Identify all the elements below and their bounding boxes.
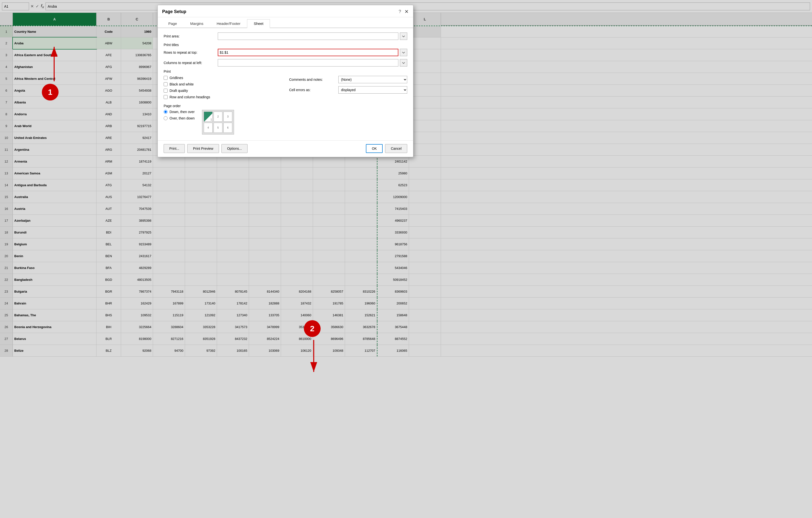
diagram-cell-3: 3 (224, 112, 232, 122)
cols-repeat-collapse-btn[interactable] (400, 59, 407, 66)
diagram-cell-2: 2 (213, 112, 223, 122)
black-white-checkbox[interactable] (164, 82, 168, 86)
bottom-right-buttons: OK Cancel (366, 144, 407, 153)
cols-repeat-input[interactable] (218, 59, 398, 66)
print-section-title: Print (164, 70, 407, 74)
tab-margins[interactable]: Margins (183, 19, 210, 28)
dialog-title: Page Setup (162, 9, 186, 14)
diagram-cell-1: 1 (204, 112, 212, 122)
dialog-content: Print area: Print titles Rows to repeat … (158, 28, 413, 140)
draft-quality-row: Draft quality (164, 89, 282, 92)
dialog-tabs: Page Margins Header/Footer Sheet (158, 17, 413, 28)
tab-sheet[interactable]: Sheet (247, 19, 270, 28)
rows-repeat-input[interactable] (218, 49, 398, 56)
cols-repeat-label: Columns to repeat at left: (164, 61, 218, 65)
diagram-cell-5: 5 (213, 122, 223, 133)
over-then-down-radio[interactable] (164, 116, 168, 120)
rows-repeat-label: Rows to repeat at top: (164, 51, 218, 54)
cell-errors-row: Cell errors as: displayed (289, 86, 407, 93)
tab-page[interactable]: Page (162, 19, 183, 28)
print-right: Comments and notes: (None) Cell errors a… (289, 76, 407, 102)
down-then-over-label: Down, then over (170, 110, 195, 114)
page-order-section: Page order Down, then over Over, then do… (164, 104, 407, 135)
black-white-row: Black and white (164, 82, 282, 86)
rows-repeat-collapse-icon (402, 51, 405, 54)
page-order-title: Page order (164, 104, 407, 108)
print-left: Gridlines Black and white Draft quality … (164, 76, 282, 102)
options-button[interactable]: Options... (222, 144, 248, 153)
page-setup-dialog: Page Setup ? ✕ Page Margins Header/Foote… (157, 5, 413, 157)
print-area-row: Print area: (164, 32, 407, 40)
cell-errors-select[interactable]: displayed (338, 86, 407, 93)
dialog-bottom-row: Print... Print Preview Options... OK Can… (158, 140, 413, 157)
diagram-cell-4: 4 (204, 122, 212, 133)
cols-repeat-collapse-icon (402, 61, 405, 64)
gridlines-label: Gridlines (170, 76, 183, 80)
bottom-left-buttons: Print... Print Preview Options... (164, 144, 248, 153)
page-order-diagram: 1 2 3 4 5 6 (202, 110, 234, 135)
row-col-headings-row: Row and column headings (164, 95, 282, 99)
down-then-over-row: Down, then over (164, 110, 195, 114)
rows-repeat-row: Rows to repeat at top: (164, 49, 407, 56)
cell-errors-label: Cell errors as: (289, 88, 338, 92)
print-area-collapse-btn[interactable] (400, 32, 407, 40)
comments-row: Comments and notes: (None) (289, 76, 407, 83)
down-then-over-radio[interactable] (164, 110, 168, 114)
cancel-button[interactable]: Cancel (385, 144, 407, 153)
draft-quality-label: Draft quality (170, 89, 188, 92)
comments-label: Comments and notes: (289, 78, 338, 82)
close-icon[interactable]: ✕ (405, 9, 409, 15)
dialog-title-icons: ? ✕ (399, 9, 409, 15)
over-then-down-row: Over, then down (164, 116, 195, 120)
draft-quality-checkbox[interactable] (164, 89, 168, 92)
diagram-cell-6: 6 (224, 122, 232, 133)
row-col-headings-checkbox[interactable] (164, 95, 168, 99)
print-area-input[interactable] (218, 32, 398, 40)
print-area-label: Print area: (164, 34, 218, 38)
gridlines-checkbox[interactable] (164, 76, 168, 80)
help-icon[interactable]: ? (399, 9, 401, 14)
tab-header-footer[interactable]: Header/Footer (210, 19, 247, 28)
comments-select[interactable]: (None) (338, 76, 407, 83)
dialog-title-bar: Page Setup ? ✕ (158, 5, 413, 17)
ok-button[interactable]: OK (366, 144, 383, 153)
black-white-label: Black and white (170, 82, 194, 86)
print-preview-button[interactable]: Print Preview (187, 144, 219, 153)
collapse-arrow-icon (402, 34, 405, 38)
print-titles-section-title: Print titles (164, 43, 407, 47)
row-col-headings-label: Row and column headings (170, 95, 210, 99)
print-section: Gridlines Black and white Draft quality … (164, 76, 407, 102)
over-then-down-label: Over, then down (170, 116, 195, 120)
rows-repeat-collapse-btn[interactable] (400, 49, 407, 56)
print-button[interactable]: Print... (164, 144, 185, 153)
cols-repeat-row: Columns to repeat at left: (164, 59, 407, 66)
page-order-radios: Down, then over Over, then down (164, 110, 195, 122)
gridlines-row: Gridlines (164, 76, 282, 80)
